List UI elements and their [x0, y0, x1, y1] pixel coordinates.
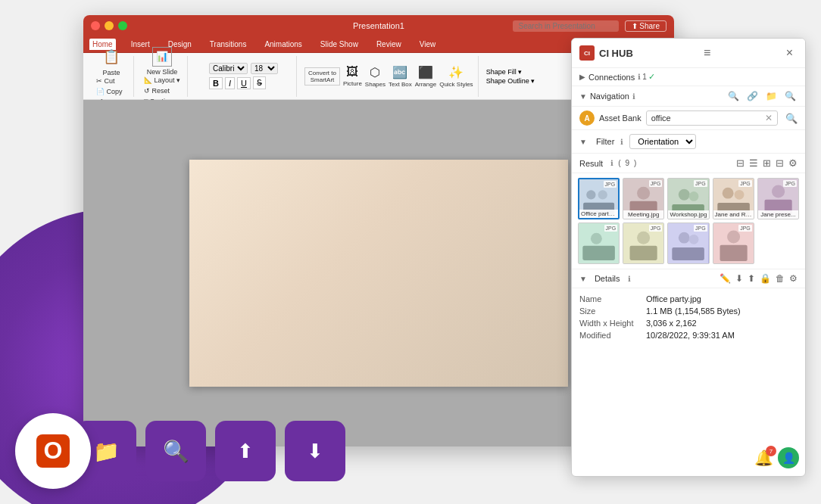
quickstyles-button[interactable]: ✨ Quick Styles — [439, 65, 473, 88]
result-count-close: ) — [634, 159, 636, 167]
close-dot[interactable] — [91, 21, 100, 30]
search-dock-button[interactable]: 🔍 — [145, 421, 206, 481]
navigation-icons: 🔍 🔗 📁 🔍 — [726, 90, 798, 102]
share-button[interactable]: ⬆ Share — [625, 20, 666, 32]
nav-search2-icon-btn[interactable]: 🔍 — [783, 90, 798, 102]
title-search-input[interactable] — [513, 20, 619, 32]
upload-dock-button[interactable]: ⬆ — [215, 421, 276, 481]
font-size-select[interactable]: 18 — [251, 63, 278, 74]
thumb-1-badge: JPG — [604, 181, 617, 188]
assetbank-name: Asset Bank — [599, 114, 642, 123]
window-title: Presentation1 — [353, 21, 404, 30]
thumb-1-label: Office party.... — [579, 210, 618, 218]
thumbnail-7[interactable]: JPG — [623, 222, 664, 264]
panel-menu-button[interactable]: ≡ — [704, 46, 710, 60]
details-delete-btn[interactable]: 🗑 — [776, 273, 785, 284]
svg-point-43 — [734, 190, 744, 200]
layout-button[interactable]: 📐 Layout ▾ — [142, 76, 183, 85]
thumbnail-4[interactable]: JPG Jane and Ri... — [713, 178, 754, 219]
tab-animations[interactable]: Animations — [261, 39, 304, 50]
details-modified-value: 10/28/2022, 9:39:31 AM — [646, 331, 735, 340]
search-icon: 🔍 — [163, 439, 189, 464]
nav-link-icon-btn[interactable]: 🔗 — [745, 90, 760, 102]
copy-button[interactable]: 📄 Copy — [94, 87, 129, 96]
navigation-chevron: ▼ — [579, 92, 587, 101]
nav-search-icon-btn[interactable]: 🔍 — [726, 90, 741, 102]
paste-button[interactable]: 📋 Paste — [101, 46, 122, 76]
panel-body: ▶ Connections ℹ 1 ✓ ▼ Navigation ℹ 🔍 🔗 📁… — [572, 68, 805, 476]
strikethrough-button[interactable]: S̶ — [253, 76, 266, 89]
nav-folder-icon-btn[interactable]: 📁 — [764, 90, 779, 102]
details-size-row: Size 1.1 MB (1,154,585 Bytes) — [579, 305, 798, 317]
notification-bell-button[interactable]: 🔔 7 — [754, 449, 773, 467]
thumb-8-badge: JPG — [694, 225, 707, 232]
connections-chevron: ▶ — [579, 73, 585, 81]
assetbank-search-container: ✕ — [646, 110, 778, 126]
tab-slideshow[interactable]: Slide Show — [317, 39, 361, 50]
panel-title-group: CI CI HUB — [579, 45, 633, 61]
tab-review[interactable]: Review — [373, 39, 404, 50]
font-family-select[interactable]: Calibri — [209, 63, 248, 74]
textbox-icon: 🔤 — [392, 65, 407, 79]
folder-icon: 📁 — [93, 439, 120, 464]
thumb-5-label: Jane prese... — [758, 210, 798, 219]
result-view-list-btn[interactable]: ☰ — [749, 157, 758, 169]
cut-button[interactable]: ✂ Cut — [94, 76, 129, 86]
result-settings-btn[interactable]: ⚙ — [788, 157, 798, 169]
thumbnail-2[interactable]: JPG Meeting.jpg — [623, 178, 664, 219]
result-view-large-btn[interactable]: ⊟ — [776, 157, 784, 169]
search-go-button[interactable]: 🔍 — [785, 113, 798, 124]
panel-close-button[interactable]: × — [782, 45, 798, 61]
underline-button[interactable]: U — [237, 77, 251, 89]
connections-badge: 1 — [642, 73, 647, 81]
user-profile-button[interactable]: 👤 — [778, 447, 799, 468]
details-upload-btn[interactable]: ⬆ — [748, 273, 755, 284]
thumbnail-3[interactable]: JPG Workshop.jpg — [667, 178, 709, 219]
title-bar: Presentation1 ⬆ Share — [83, 15, 674, 36]
thumb-2-label: Meeting.jpg — [623, 210, 663, 219]
details-edit-btn[interactable]: ✏️ — [720, 273, 731, 284]
reset-button[interactable]: ↺ Reset — [142, 86, 183, 95]
filter-chevron: ▼ — [579, 138, 587, 146]
result-view-grid-btn[interactable]: ⊞ — [763, 157, 771, 169]
result-view-mini-btn[interactable]: ⊟ — [736, 157, 745, 169]
svg-point-52 — [637, 232, 650, 244]
quickstyles-icon: ✨ — [448, 65, 464, 79]
svg-point-56 — [689, 235, 699, 244]
minimize-dot[interactable] — [105, 21, 114, 30]
shapes-icon: ⬡ — [370, 65, 380, 79]
filter-info-icon: ℹ — [620, 138, 623, 146]
thumbnail-1[interactable]: JPG Office party.... — [578, 178, 620, 219]
navigation-section-row[interactable]: ▼ Navigation ℹ 🔍 🔗 📁 🔍 — [572, 86, 805, 107]
connections-section-row[interactable]: ▶ Connections ℹ 1 ✓ — [572, 68, 805, 86]
assetbank-search-input[interactable] — [651, 114, 765, 123]
details-download-btn[interactable]: ⬇ — [735, 273, 743, 284]
tab-view[interactable]: View — [417, 39, 439, 50]
details-lock-btn[interactable]: 🔒 — [760, 273, 771, 284]
convert-to-smartart-button[interactable]: Convert toSmartArt — [304, 67, 340, 86]
bold-button[interactable]: B — [209, 77, 223, 89]
maximize-dot[interactable] — [118, 21, 127, 30]
thumb-3-badge: JPG — [694, 180, 707, 187]
search-clear-button[interactable]: ✕ — [765, 113, 773, 123]
picture-button[interactable]: 🖼 Picture — [343, 65, 362, 87]
textbox-button[interactable]: 🔤 Text Box — [389, 65, 412, 88]
orientation-select[interactable]: Orientation — [629, 134, 696, 149]
thumbnail-8[interactable]: JPG — [667, 222, 709, 264]
connections-check: ✓ — [648, 72, 655, 82]
details-settings-btn[interactable]: ⚙ — [789, 273, 798, 284]
download-icon: ⬇ — [307, 440, 323, 463]
shapes-button[interactable]: ⬡ Shapes — [365, 65, 386, 88]
download-dock-button[interactable]: ⬇ — [285, 421, 345, 481]
thumbnail-5[interactable]: JPG Jane prese... — [757, 178, 799, 219]
svg-point-42 — [722, 188, 733, 199]
new-slide-button[interactable]: 📊 New Slide — [147, 47, 178, 76]
thumbnail-6[interactable]: JPG — [578, 222, 620, 264]
tab-transitions[interactable]: Transitions — [207, 39, 250, 50]
details-dimensions-key: Width x Height — [579, 319, 640, 328]
arrange-button[interactable]: ⬛ Arrange — [415, 65, 436, 88]
panel-title-text: CI HUB — [599, 48, 633, 59]
thumbnail-9[interactable]: JPG — [713, 222, 754, 264]
bottom-dock: 📁 🔍 ⬆ ⬇ — [76, 421, 345, 481]
italic-button[interactable]: I — [225, 77, 235, 89]
